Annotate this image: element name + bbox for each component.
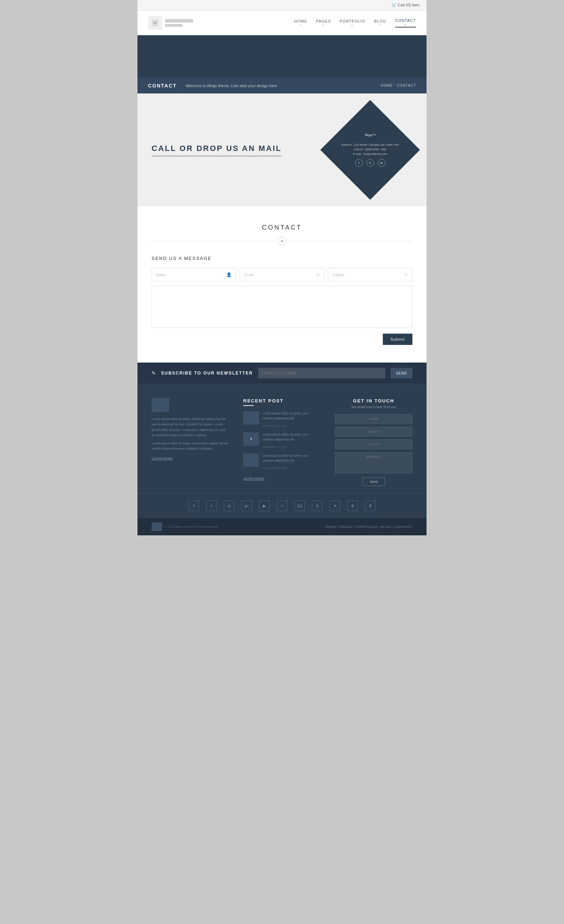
newsletter-icon: ✎: [151, 370, 156, 376]
footer-bottom-nav[interactable]: HOME | PAGES | PORTFOLIO | BLOG | CONTAC…: [325, 525, 413, 529]
info-section: CALL OR DROP US AN MAIL Wego™ Address : …: [138, 93, 426, 206]
contact-section: CONTACT ⊕ SEND US A MESSAGE Name 👤 Email…: [138, 206, 426, 363]
post-thumb-2: +: [243, 432, 259, 446]
breadcrumb-nav: HOME · CONTACT: [381, 84, 416, 87]
nav-contact-arrow: ▾: [405, 23, 407, 26]
breadcrumb-title: CONTACT: [148, 83, 177, 88]
footer-skype-icon[interactable]: S: [312, 501, 323, 511]
outer-wrapper: 🛒 Cart (0) Item W HOME ▾: [0, 0, 564, 536]
post-date-1: December 15, 2015: [263, 424, 287, 428]
footer-copyright: © 2015 Wego Theme. All Rights Reserved.: [165, 525, 218, 528]
post-desc-1: Lorem ipsum dolor sit amet, con- sectetu…: [263, 411, 321, 421]
footer-circle-icon[interactable]: ⊕: [347, 501, 358, 511]
diamond-social: f 𝕏 in: [341, 159, 399, 167]
email-icon: ✉: [316, 272, 320, 277]
page-container: 🛒 Cart (0) Item W HOME ▾: [138, 0, 426, 536]
diamond-card: Wego™ Address : 123 Street / Sample City…: [320, 100, 420, 200]
post-thumb-3: [243, 453, 259, 467]
nav-portfolio[interactable]: PORTFOLIO ▾: [340, 19, 365, 27]
breadcrumb-bar: CONTACT Welcome to Wego theme. Lets star…: [138, 78, 426, 93]
touch-message-textarea[interactable]: [335, 452, 413, 473]
footer-bottom-logo: © 2015 Wego Theme. All Rights Reserved.: [151, 522, 218, 531]
cart-text[interactable]: 🛒 Cart (0) Item: [392, 3, 419, 8]
post-date-3: December 15, 2015: [263, 466, 287, 470]
touch-title: GET IN TOUCH: [335, 398, 413, 404]
subject-icon: ✎: [404, 272, 408, 277]
diamond-inner: Wego™ Address : 123 Street / Sample City…: [338, 129, 402, 170]
top-bar: 🛒 Cart (0) Item: [138, 0, 426, 10]
subject-field[interactable]: Subject ✎: [328, 268, 413, 281]
post-plus-icon: +: [250, 436, 252, 441]
nav-portfolio-arrow: ▾: [352, 24, 353, 27]
call-text-block: CALL OR DROP US AN MAIL: [151, 144, 282, 156]
newsletter-input[interactable]: [258, 368, 385, 378]
touch-phone-input[interactable]: [335, 440, 413, 449]
post-thumb-1: [243, 411, 259, 424]
footer-about-text-1: Lorem ipsum dolor sit amet, ctionectur a…: [151, 417, 229, 438]
nav-contact[interactable]: CONTACT ▾: [395, 18, 416, 27]
footer-about-text-2: Lorem ipsum dolor sit amet, consectetur …: [151, 441, 229, 452]
nav-blog[interactable]: BLOG ▾: [374, 19, 386, 27]
email-field[interactable]: Email ✉: [240, 268, 324, 281]
logo-main-bar: [165, 19, 193, 22]
footer-dribbble-icon[interactable]: ❧: [329, 501, 340, 511]
footer-linkedin-icon[interactable]: in: [224, 501, 235, 511]
post-date-2: December 15, 2015: [263, 446, 287, 448]
name-field[interactable]: Name 👤: [151, 268, 236, 281]
footer-youtube-icon[interactable]: ▶: [259, 501, 270, 511]
message-textarea[interactable]: [151, 286, 413, 328]
post-desc-2: Lorem ipsum dolor sit amet, con- sectetu…: [263, 432, 321, 442]
touch-name-input[interactable]: [335, 414, 413, 424]
post-item-3: Lorem ipsum dolor sit amet, con- sectetu…: [243, 453, 321, 471]
submit-row: Submit: [151, 334, 413, 345]
submit-button[interactable]: Submit: [383, 334, 413, 345]
footer-bottom: © 2015 Wego Theme. All Rights Reserved. …: [138, 518, 426, 536]
footer-googleplus-icon[interactable]: g+: [241, 501, 252, 511]
logo-sub-bar: [165, 24, 183, 27]
logo-icon: W: [148, 16, 162, 30]
divider-line-left: [151, 241, 274, 241]
footer-social-bar: 𝕏 f in g+ ▶ t )))) S ❧ ⊕ ⬆: [138, 493, 426, 518]
recent-posts-title: RECENT POST: [243, 398, 321, 404]
footer-rss-icon[interactable]: )))): [294, 501, 305, 511]
linkedin-icon[interactable]: in: [377, 159, 385, 167]
breadcrumb-subtitle: Welcome to Wego theme. Lets start your d…: [186, 84, 381, 88]
nav-home[interactable]: HOME ▾: [294, 19, 307, 27]
footer-bottom-logo-img: [151, 522, 162, 531]
post-desc-3: Lorem ipsum dolor sit amet, con- sectetu…: [263, 453, 321, 463]
call-text: CALL OR DROP US AN MAIL: [151, 144, 282, 156]
nav-home-arrow: ▾: [300, 24, 302, 27]
post-text-3: Lorem ipsum dolor sit amet, con- sectetu…: [263, 453, 321, 471]
post-item-2: + Lorem ipsum dolor sit amet, con- secte…: [243, 432, 321, 449]
nav-pages[interactable]: PAGES ▾: [316, 19, 331, 27]
posts-title-underline: [243, 405, 254, 406]
footer-tumblr-icon[interactable]: t: [277, 501, 287, 511]
post-text-1: Lorem ipsum dolor sit amet, con- sectetu…: [263, 411, 321, 428]
hero-banner: [138, 35, 426, 78]
diamond-logo: Wego™: [341, 133, 399, 141]
about-learn-more[interactable]: LEARN MORE: [151, 457, 173, 460]
section-divider: ⊕: [151, 237, 413, 245]
newsletter-bar: ✎ SUBSCRIBE TO OUR NEWSLETTER SEND: [138, 363, 426, 384]
posts-learn-more[interactable]: LEARN MORE: [243, 477, 264, 480]
logo-text-block: [165, 19, 193, 27]
touch-email-input[interactable]: [335, 427, 413, 436]
name-icon: 👤: [226, 272, 232, 277]
footer-dark: ✎ SUBSCRIBE TO OUR NEWSLETTER SEND Lorem…: [138, 363, 426, 536]
facebook-icon[interactable]: f: [355, 159, 363, 167]
newsletter-send-button[interactable]: SEND: [390, 368, 413, 378]
post-item-1: Lorem ipsum dolor sit amet, con- sectetu…: [243, 411, 321, 428]
touch-subtitle: We would love to hear from you: [335, 405, 413, 409]
nav-blog-arrow: ▾: [379, 24, 381, 27]
twitter-icon[interactable]: 𝕏: [366, 159, 374, 167]
header: W HOME ▾ PAGES ▾ PORTFOLIO: [138, 10, 426, 35]
footer-upload-icon[interactable]: ⬆: [365, 501, 376, 511]
form-row-top: Name 👤 Email ✉ Subject ✎: [151, 268, 413, 281]
logo-svg: W: [150, 18, 160, 28]
touch-send-button[interactable]: Send: [362, 477, 384, 486]
footer-posts-col: RECENT POST Lorem ipsum dolor sit amet, …: [243, 398, 321, 486]
footer-about-col: Lorem ipsum dolor sit amet, ctionectur a…: [151, 398, 229, 486]
footer-twitter-icon[interactable]: 𝕏: [188, 501, 199, 511]
newsletter-title: SUBSCRIBE TO OUR NEWSLETTER: [161, 370, 253, 376]
footer-facebook-icon[interactable]: f: [206, 501, 217, 511]
